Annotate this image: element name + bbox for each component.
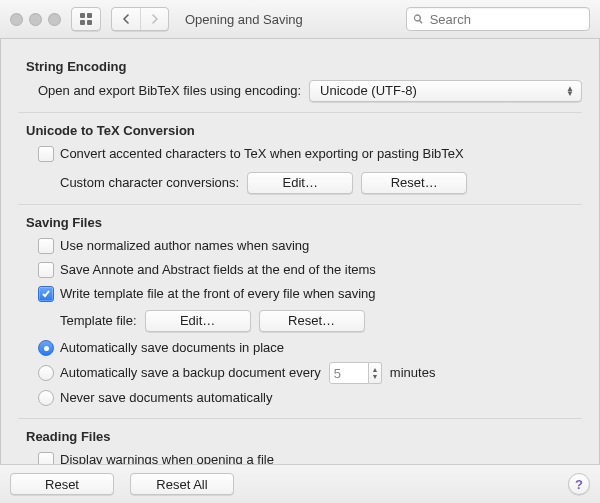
svg-rect-1 <box>87 13 92 18</box>
svg-rect-2 <box>80 20 85 25</box>
preferences-window: Opening and Saving String Encoding Open … <box>0 0 600 503</box>
show-all-button[interactable] <box>71 7 101 31</box>
search-field[interactable] <box>406 7 590 31</box>
search-icon <box>413 13 424 25</box>
encoding-popup[interactable]: Unicode (UTF-8) ▲▼ <box>309 80 582 102</box>
template-label: Write template file at the front of ever… <box>60 284 376 304</box>
backup-interval-input[interactable] <box>329 362 369 384</box>
custom-conv-label: Custom character conversions: <box>60 173 239 193</box>
convert-checkbox[interactable] <box>38 146 54 162</box>
forward-button[interactable] <box>140 8 168 30</box>
normalize-checkbox[interactable] <box>38 238 54 254</box>
template-file-label: Template file: <box>60 311 137 331</box>
radio-never-label: Never save documents automatically <box>60 388 272 408</box>
toolbar: Opening and Saving <box>0 0 600 39</box>
backup-stepper[interactable]: ▲▼ <box>369 362 382 384</box>
custom-edit-button[interactable]: Edit… <box>247 172 353 194</box>
help-button[interactable]: ? <box>568 473 590 495</box>
convert-label: Convert accented characters to TeX when … <box>60 144 464 164</box>
section-title-saving: Saving Files <box>26 215 582 230</box>
zoom-button[interactable] <box>48 13 61 26</box>
footer: Reset Reset All ? <box>0 464 600 503</box>
close-button[interactable] <box>10 13 23 26</box>
nav-buttons <box>111 7 169 31</box>
radio-backup-label: Automatically save a backup document eve… <box>60 363 321 383</box>
reset-button[interactable]: Reset <box>10 473 114 495</box>
separator <box>18 112 582 113</box>
annote-checkbox[interactable] <box>38 262 54 278</box>
reset-all-button[interactable]: Reset All <box>130 473 234 495</box>
separator <box>18 418 582 419</box>
back-button[interactable] <box>112 8 140 30</box>
svg-rect-3 <box>87 20 92 25</box>
custom-reset-button[interactable]: Reset… <box>361 172 467 194</box>
backup-unit-label: minutes <box>390 363 436 383</box>
content: String Encoding Open and export BibTeX f… <box>0 39 600 464</box>
grid-icon[interactable] <box>72 8 100 30</box>
encoding-label: Open and export BibTeX files using encod… <box>38 81 301 101</box>
template-checkbox[interactable] <box>38 286 54 302</box>
section-title-encoding: String Encoding <box>26 59 582 74</box>
normalize-label: Use normalized author names when saving <box>60 236 309 256</box>
separator <box>18 204 582 205</box>
section-title-unicode: Unicode to TeX Conversion <box>26 123 582 138</box>
backup-interval-field[interactable]: ▲▼ <box>329 362 382 384</box>
window-controls <box>10 13 61 26</box>
svg-rect-0 <box>80 13 85 18</box>
radio-backup[interactable] <box>38 365 54 381</box>
window-title: Opening and Saving <box>179 12 396 27</box>
minimize-button[interactable] <box>29 13 42 26</box>
radio-never[interactable] <box>38 390 54 406</box>
template-edit-button[interactable]: Edit… <box>145 310 251 332</box>
radio-inplace[interactable] <box>38 340 54 356</box>
annote-label: Save Annote and Abstract fields at the e… <box>60 260 376 280</box>
warnings-label: Display warnings when opening a file <box>60 450 274 464</box>
encoding-value: Unicode (UTF-8) <box>320 81 417 101</box>
section-title-reading: Reading Files <box>26 429 582 444</box>
search-input[interactable] <box>428 11 583 28</box>
chevron-updown-icon: ▲▼ <box>563 86 577 96</box>
radio-inplace-label: Automatically save documents in place <box>60 338 284 358</box>
warnings-checkbox[interactable] <box>38 452 54 464</box>
template-reset-button[interactable]: Reset… <box>259 310 365 332</box>
